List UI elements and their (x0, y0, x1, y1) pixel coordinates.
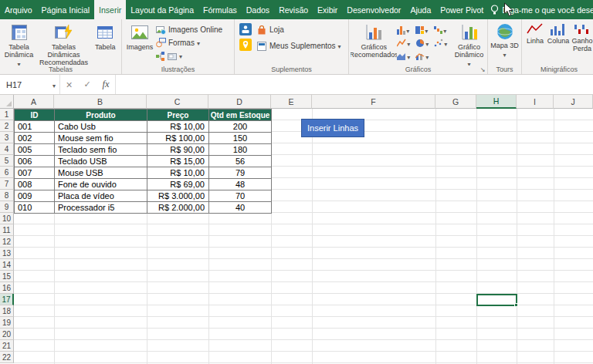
charts-dialog-launcher-icon[interactable] (479, 66, 486, 73)
row-header[interactable]: 16 (0, 282, 14, 294)
formula-input[interactable] (116, 75, 593, 94)
table-cell[interactable]: 001 (15, 121, 55, 133)
name-box[interactable]: H17 (0, 75, 60, 94)
table-cell[interactable]: Placa de vídeo (55, 190, 147, 202)
selected-cell[interactable] (476, 294, 517, 306)
row-header[interactable]: 7 (0, 178, 14, 190)
table-cell[interactable]: 200 (209, 121, 272, 133)
line-chart-button[interactable] (397, 36, 415, 49)
row-header[interactable]: 13 (0, 248, 14, 259)
my-addins-button[interactable]: Meus Suplementos (256, 39, 341, 52)
area-chart-button[interactable] (397, 49, 415, 62)
row-header[interactable]: 10 (0, 213, 14, 224)
table-cell[interactable]: 150 (209, 133, 272, 144)
row-header[interactable]: 18 (0, 305, 14, 317)
tab-formulas[interactable]: Fórmulas (198, 0, 242, 19)
table-cell[interactable]: 005 (15, 144, 55, 156)
row-header[interactable]: 6 (0, 167, 14, 178)
store-button[interactable]: Loja (256, 23, 341, 36)
table-cell[interactable]: Mouse USB (55, 167, 147, 179)
table-cell[interactable]: R$ 10,00 (147, 121, 209, 133)
table-cell[interactable]: 48 (209, 179, 272, 190)
people-graph-addin-icon[interactable] (239, 23, 252, 35)
tell-me-box[interactable]: Diga-me o que você desej (488, 0, 593, 19)
pivot-table-button[interactable]: Tabela Dinâmica (2, 21, 36, 66)
hierarchy-chart-button[interactable] (415, 23, 434, 36)
table-cell[interactable]: R$ 10,00 (147, 167, 209, 179)
recommended-pivots-button[interactable]: Tabelas Dinâmicas Recomendadas (36, 21, 91, 66)
bing-maps-addin-icon[interactable] (239, 39, 252, 51)
row-header[interactable]: 15 (0, 271, 14, 282)
table-cell[interactable]: Mouse sem fio (55, 133, 147, 144)
row-header[interactable]: 2 (0, 120, 14, 132)
table-cell[interactable]: 40 (209, 202, 272, 214)
sparkline-column-button[interactable]: Coluna (547, 21, 570, 66)
pivot-chart-button[interactable]: Gráfico Dinâmico (452, 21, 486, 66)
shapes-button[interactable]: Formas (156, 36, 222, 49)
table-cell[interactable]: R$ 15,00 (147, 156, 209, 167)
row-header[interactable]: 22 (0, 352, 14, 363)
column-header-c[interactable]: C (147, 95, 208, 109)
inserir-linhas-button[interactable]: Inserir Linhas (301, 119, 364, 137)
tab-ajuda[interactable]: Ajuda (405, 0, 435, 19)
sheet-cells[interactable]: ID Produto Preço Qtd em Estoque 001 Cabo… (14, 109, 593, 364)
table-cell[interactable]: Cabo Usb (55, 121, 147, 133)
tab-desenvolvedor[interactable]: Desenvolvedor (342, 0, 405, 19)
table-cell[interactable]: 006 (15, 156, 55, 167)
table-header-cell[interactable]: Qtd em Estoque (209, 110, 272, 121)
sparkline-line-button[interactable]: Linha (524, 21, 547, 66)
more-illustrations-buttons[interactable] (156, 49, 222, 62)
table-cell[interactable]: R$ 3.000,00 (147, 190, 209, 202)
row-header[interactable]: 12 (0, 236, 14, 248)
table-cell[interactable]: R$ 100,00 (147, 133, 209, 144)
column-header-a[interactable]: A (14, 95, 54, 109)
sparkline-winloss-button[interactable]: Ganho Perda (570, 21, 593, 66)
tab-exibir[interactable]: Exibir (313, 0, 342, 19)
row-header[interactable]: 14 (0, 259, 14, 271)
column-header-b[interactable]: B (54, 95, 147, 109)
row-header[interactable]: 1 (0, 109, 14, 120)
table-cell[interactable]: Fone de ouvido (55, 179, 147, 190)
table-cell[interactable]: 180 (209, 144, 272, 156)
column-header-e[interactable]: E (271, 95, 312, 109)
table-cell[interactable]: R$ 90,00 (147, 144, 209, 156)
tab-inserir[interactable]: Inserir (94, 0, 126, 19)
name-box-dropdown-icon[interactable] (53, 80, 56, 89)
images-button[interactable]: Imagens (124, 21, 156, 66)
row-header[interactable]: 8 (0, 190, 14, 201)
cancel-icon[interactable] (66, 79, 72, 91)
table-cell[interactable]: Teclado sem fio (55, 144, 147, 156)
online-images-button[interactable]: Imagens Online (156, 23, 222, 36)
row-header[interactable]: 4 (0, 143, 14, 155)
column-chart-button[interactable] (397, 23, 415, 36)
table-cell[interactable]: R$ 69,00 (147, 179, 209, 190)
table-cell[interactable]: 002 (15, 133, 55, 144)
row-header[interactable]: 9 (0, 201, 14, 213)
row-header-17[interactable]: 17 (0, 294, 14, 305)
table-cell[interactable]: Processador i5 (55, 202, 147, 214)
tab-layout-da-pagina[interactable]: Layout da Página (126, 0, 198, 19)
tab-arquivo[interactable]: Arquivo (0, 0, 37, 19)
recommended-charts-button[interactable]: Gráficos Recomendados (351, 21, 397, 66)
column-header-i[interactable]: I (517, 95, 554, 109)
row-header[interactable]: 19 (0, 317, 14, 329)
row-header[interactable]: 21 (0, 340, 14, 352)
column-header-h[interactable]: H (476, 95, 517, 109)
tab-pagina-inicial[interactable]: Página Inicial (37, 0, 94, 19)
table-cell[interactable]: 79 (209, 167, 272, 179)
table-button[interactable]: Tabela (91, 21, 120, 66)
table-cell[interactable]: R$ 2.000,00 (147, 202, 209, 214)
scatter-chart-button[interactable] (434, 36, 452, 49)
row-header[interactable]: 3 (0, 132, 14, 143)
column-header-g[interactable]: G (435, 95, 476, 109)
column-header-f[interactable]: F (312, 95, 435, 109)
tab-revisao[interactable]: Revisão (274, 0, 313, 19)
column-header-d[interactable]: D (208, 95, 271, 109)
tab-power-pivot[interactable]: Power Pivot (435, 0, 488, 19)
insert-function-button[interactable]: fx (103, 79, 110, 90)
waterfall-chart-button[interactable] (434, 23, 452, 36)
column-header-j[interactable]: J (554, 95, 593, 109)
table-header-cell[interactable]: ID (15, 110, 55, 121)
table-cell[interactable]: Teclado USB (55, 156, 147, 167)
table-cell[interactable]: 009 (15, 190, 55, 202)
